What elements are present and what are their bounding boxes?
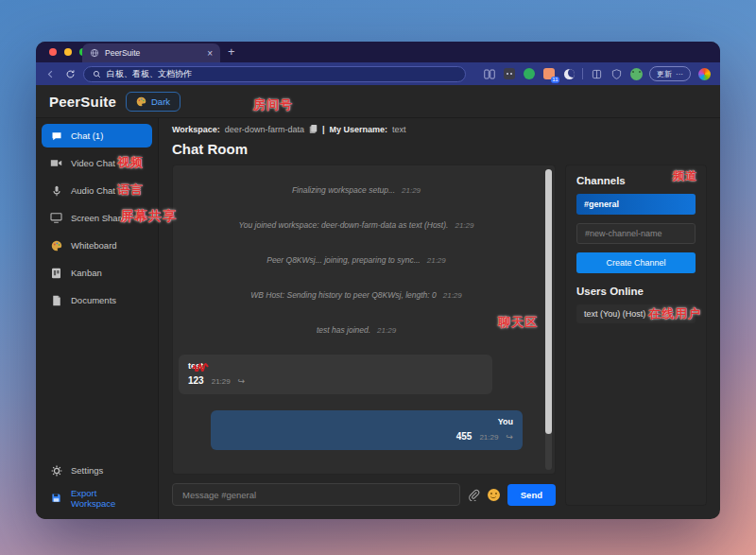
shield-icon[interactable] [610,67,623,80]
minimize-window-button[interactable] [64,48,72,56]
chat-message-bubble: test 123 21:29 ↪ [179,355,492,394]
annotation-online-users: 在线用户 [648,305,701,322]
extension-leaf-icon[interactable] [523,67,536,80]
app-logo: PeerSuite [49,94,116,110]
browser-titlebar[interactable]: PeerSuite × + [36,42,720,62]
chat-scrollbar-track[interactable] [545,169,552,470]
browser-window: PeerSuite × + 白板、看板、文档协作 [36,42,720,519]
annotation-voice: 语言 [117,182,144,199]
extension-moon-icon[interactable] [562,67,576,80]
emoji-picker-icon[interactable] [488,489,500,501]
annotation-video: 视频 [117,154,144,171]
message-composer: Send [172,483,556,506]
gear-icon [50,465,62,477]
kanban-board-icon [50,268,62,279]
split-screen-icon[interactable] [483,67,496,80]
message-author: You [220,417,513,426]
sidebar-item-whiteboard[interactable]: Whiteboard [42,234,152,257]
browser-toolbar-icons: 11 更新··· [483,66,711,81]
tab-title: PeerSuite [105,48,201,58]
sidebar-item-chat[interactable]: Chat (1) [42,124,152,147]
refresh-icon[interactable] [63,67,77,80]
system-message: Finalizing workspace setup...21:29 [179,171,534,206]
send-button[interactable]: Send [507,484,556,506]
back-icon[interactable] [43,67,57,80]
chat-message-bubble-self: You 455 21:29 ↪ [211,410,523,450]
sidebar-item-settings[interactable]: Settings [42,459,152,482]
tab-close-icon[interactable]: × [207,48,213,59]
desktop-background: 房间号 视频 语言 屏幕共享 聊天区 频道 在线用户 PeerSuite × + [0,0,756,555]
message-time: 21:29 [479,433,498,442]
profile-avatar[interactable] [629,67,643,80]
app-header-bar: PeerSuite Dark [36,85,720,118]
system-message: You joined workspace: deer-down-farm-dat… [179,206,534,241]
microphone-icon [50,185,62,197]
globe-icon [90,48,99,58]
monitor-icon [50,213,62,223]
traffic-lights [49,48,87,56]
message-text: 123 [188,375,204,386]
sidebar: Chat (1) Video Chat Audio Chat [36,118,159,519]
reply-icon[interactable]: ↪ [506,432,513,442]
message-time: 21:29 [212,377,231,386]
workspace-name: deer-down-farm-data [225,125,304,134]
theme-toggle-label: Dark [151,96,170,107]
message-text: 455 [456,431,472,442]
extension-notes-icon[interactable]: 11 [542,67,556,80]
copy-workspace-icon[interactable] [309,124,318,134]
video-camera-icon [50,158,62,168]
chat-icon [50,130,62,142]
search-icon [93,70,101,78]
system-message: WB Host: Sending history to peer Q8KWsj,… [179,276,534,311]
workspace-label: Workspace: [172,125,220,134]
more-icon: ··· [676,70,683,78]
reply-icon[interactable]: ↪ [238,376,246,386]
extension-badge: 11 [551,77,559,83]
annotation-room-number: 房间号 [253,96,293,113]
browser-navbar: 白板、看板、文档协作 11 [36,62,720,85]
channels-panel: Channels #general Create Channel Users O… [565,165,707,506]
system-message: test has joined.21:29 [179,311,534,346]
red-scribble-annotation [192,363,209,372]
close-window-button[interactable] [49,48,57,56]
sidebar-item-export-workspace[interactable]: Export Workspace [42,486,152,510]
username-label: My Username: [329,125,387,134]
document-icon [50,295,62,306]
copilot-icon[interactable] [697,67,711,80]
message-input[interactable] [172,483,460,506]
workspace-info-row: Workspace: deer-down-farm-data | My User… [172,124,707,134]
extension-robot-icon[interactable] [503,67,516,80]
annotation-chat-area: 聊天区 [498,314,538,331]
palette-icon [136,96,146,107]
url-query-text: 白板、看板、文档协作 [107,68,192,80]
message-author: test [188,361,483,371]
annotation-channels: 频道 [673,168,697,184]
sidebar-spacer [42,316,152,459]
toolbar-divider [582,68,583,79]
username-value: text [392,125,406,134]
new-channel-input[interactable] [576,223,696,244]
update-button[interactable]: 更新··· [649,66,691,81]
create-channel-button[interactable]: Create Channel [576,252,696,273]
system-message: Peer Q8KWsj... joining, preparing to syn… [179,241,534,276]
chat-scrollbar-thumb[interactable] [545,169,552,434]
channel-item-general[interactable]: #general [576,194,696,215]
new-tab-button[interactable]: + [228,44,235,59]
annotation-screen-share: 屏幕共享 [120,208,177,225]
reading-mode-icon[interactable] [590,67,603,80]
whiteboard-palette-icon [50,240,62,251]
browser-tab[interactable]: PeerSuite × [82,43,220,62]
attach-file-icon[interactable] [468,489,480,501]
save-icon [50,493,62,503]
main-content: Workspace: deer-down-farm-data | My User… [159,118,720,519]
users-online-title: Users Online [576,286,696,297]
theme-toggle-button[interactable]: Dark [126,92,180,112]
sidebar-item-kanban[interactable]: Kanban [42,261,152,285]
sidebar-item-documents[interactable]: Documents [42,288,152,312]
page-title: Chat Room [172,141,707,157]
header-divider: | [322,125,325,134]
url-bar[interactable]: 白板、看板、文档协作 [83,66,466,82]
chat-column: Finalizing workspace setup...21:29 You j… [172,165,556,506]
